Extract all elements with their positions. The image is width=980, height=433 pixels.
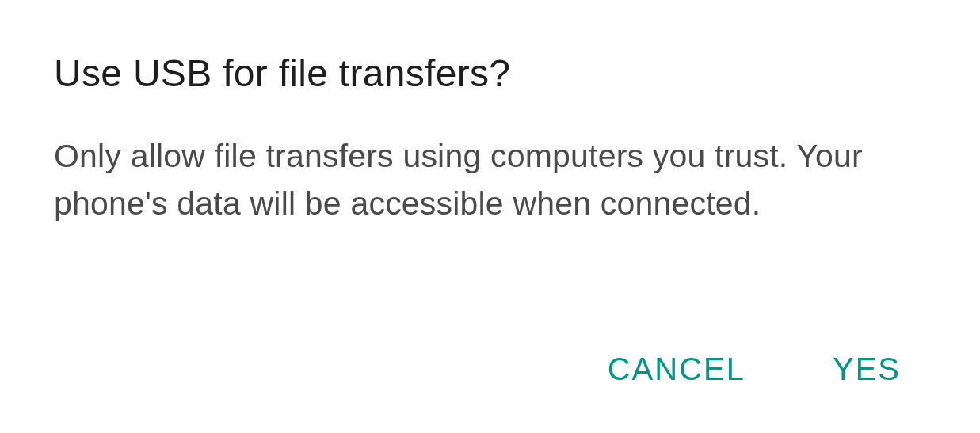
usb-dialog: Use USB for file transfers? Only allow f… [0,0,980,433]
cancel-button[interactable]: CANCEL [608,351,745,387]
dialog-message: Only allow file transfers using computer… [54,133,886,227]
dialog-title: Use USB for file transfers? [54,51,926,95]
yes-button[interactable]: YES [833,351,901,387]
dialog-actions: CANCEL YES [608,351,901,387]
